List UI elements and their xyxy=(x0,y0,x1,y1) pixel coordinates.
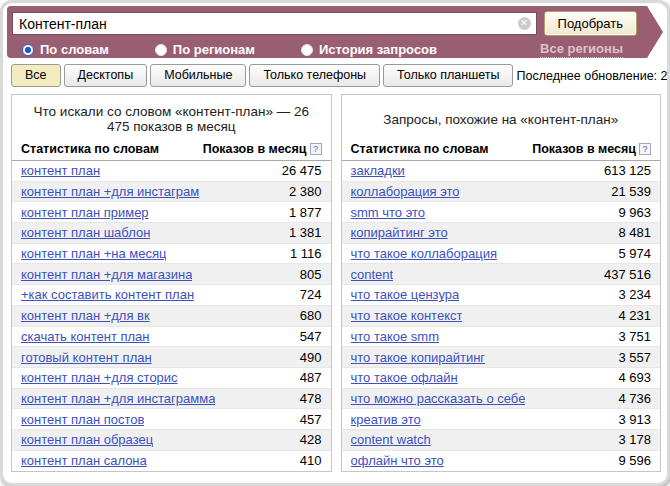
submit-button[interactable]: Подобрать xyxy=(544,11,637,36)
radio-unselected-icon xyxy=(155,44,167,56)
keyword-link[interactable]: готовый контент план xyxy=(21,350,152,365)
keyword-link[interactable]: контент план xyxy=(21,163,100,178)
keyword-link[interactable]: коллаборация это xyxy=(351,184,460,199)
keyword-link[interactable]: контент план постов xyxy=(21,412,144,427)
shows-count: 437 516 xyxy=(596,267,651,282)
table-row: скачать контент план 547 xyxy=(12,327,331,348)
help-icon[interactable]: ? xyxy=(310,143,322,155)
keyword-link[interactable]: content watch xyxy=(351,432,431,447)
table-row: что такое smm 3 751 xyxy=(342,327,661,348)
keyword-link[interactable]: smm что это xyxy=(351,205,426,220)
table-row: smm что это 9 963 xyxy=(342,202,661,223)
panel-searched-with-word: Что искали со словом «контент-план» — 26… xyxy=(11,94,332,472)
shows-count: 5 974 xyxy=(610,246,651,261)
keyword-link[interactable]: контент план +для сторис xyxy=(21,370,178,385)
keyword-link[interactable]: что такое офлайн xyxy=(351,370,458,385)
tab-tablets-only[interactable]: Только планшеты xyxy=(383,64,513,87)
keyword-table-body: контент план 26 475 контент план +для ин… xyxy=(12,161,331,471)
radio-query-history[interactable]: История запросов xyxy=(301,42,437,57)
radio-selected-icon xyxy=(22,44,34,56)
table-row: контент план пример 1 877 xyxy=(12,202,331,223)
table-row: закладки 613 125 xyxy=(342,161,661,182)
radio-query-history-label: История запросов xyxy=(319,42,437,57)
keyword-link[interactable]: +как составить контент план xyxy=(21,287,194,302)
panel-similar-queries: Запросы, похожие на «контент-план» Стати… xyxy=(341,94,662,472)
regions-link[interactable]: Все регионы xyxy=(540,41,623,58)
shows-count: 478 xyxy=(292,391,322,406)
table-row: контент план образец 428 xyxy=(12,430,331,451)
column-header-shows: Показов в месяц xyxy=(203,142,307,156)
shows-count: 21 539 xyxy=(603,184,651,199)
table-row: контент план +для сторис 487 xyxy=(12,368,331,389)
app-window: ✕ Подобрать По словам По регионам Истори… xyxy=(0,0,670,486)
radio-by-regions-label: По регионам xyxy=(173,42,255,57)
keyword-link[interactable]: контент план пример xyxy=(21,205,149,220)
shows-count: 724 xyxy=(292,287,322,302)
table-row: контент план +для вк 680 xyxy=(12,306,331,327)
tab-all[interactable]: Все xyxy=(11,64,61,87)
keyword-link[interactable]: что такое коллаборация xyxy=(351,246,497,261)
column-header-shows-wrap: Показов в месяц ? xyxy=(203,142,322,156)
keyword-link[interactable]: креатив это xyxy=(351,412,421,427)
keyword-link[interactable]: скачать контент план xyxy=(21,329,150,344)
column-header-shows-wrap: Показов в месяц ? xyxy=(532,142,651,156)
radio-by-regions[interactable]: По регионам xyxy=(155,42,255,57)
shows-count: 1 116 xyxy=(282,246,322,261)
clear-search-icon[interactable]: ✕ xyxy=(518,17,531,30)
keyword-link[interactable]: что такое цензура xyxy=(351,287,460,302)
help-icon[interactable]: ? xyxy=(639,143,651,155)
table-row: что такое цензура 3 234 xyxy=(342,285,661,306)
radio-by-words-label: По словам xyxy=(40,42,109,57)
table-row: контент план +для инстаграм 2 380 xyxy=(12,182,331,203)
panel-title-text: Что искали со словом «контент-план» — 26… xyxy=(26,104,316,134)
table-row: креатив это 3 913 xyxy=(342,409,661,430)
table-row: контент план +для инстаграмма 478 xyxy=(12,389,331,410)
keyword-link[interactable]: контент план салона xyxy=(21,453,147,468)
table-row: готовый контент план 490 xyxy=(12,347,331,368)
shows-count: 1 381 xyxy=(281,225,322,240)
table-header-row: Статистика по словам Показов в месяц ? xyxy=(12,139,331,161)
keyword-link[interactable]: офлайн что это xyxy=(351,453,444,468)
shows-count: 4 231 xyxy=(610,308,651,323)
shows-count: 457 xyxy=(292,412,322,427)
keyword-link[interactable]: контент план +на месяц xyxy=(21,246,166,261)
table-row: content watch 3 178 xyxy=(342,430,661,451)
keyword-table-body: закладки 613 125 коллаборация это 21 539… xyxy=(342,161,661,471)
table-row: офлайн что это 9 596 xyxy=(342,451,661,472)
tab-desktops[interactable]: Десктопы xyxy=(64,64,148,87)
search-input[interactable] xyxy=(12,12,537,35)
tab-phones-only[interactable]: Только телефоны xyxy=(249,64,380,87)
shows-count: 3 234 xyxy=(610,287,651,302)
keyword-link[interactable]: что такое smm xyxy=(351,329,440,344)
shows-count: 3 557 xyxy=(610,350,651,365)
keyword-link[interactable]: что такое контекст xyxy=(351,308,463,323)
search-mode-row: По словам По регионам История запросов В… xyxy=(12,36,637,58)
table-row: контент план 26 475 xyxy=(12,161,331,182)
keyword-link[interactable]: контент план +для магазина xyxy=(21,267,192,282)
keyword-link[interactable]: контент план +для инстаграмма xyxy=(21,391,215,406)
radio-unselected-icon xyxy=(301,44,313,56)
keyword-link[interactable]: закладки xyxy=(351,163,405,178)
table-row: content 437 516 xyxy=(342,264,661,285)
shows-count: 428 xyxy=(292,432,322,447)
panel-title-text: Запросы, похожие на «контент-план» xyxy=(383,112,618,127)
shows-count: 490 xyxy=(292,350,322,365)
device-tabs-row: Все Десктопы Мобильные Только телефоны Т… xyxy=(11,63,661,88)
keyword-link[interactable]: копирайтинг это xyxy=(351,225,448,240)
tab-mobile[interactable]: Мобильные xyxy=(150,64,246,87)
keyword-link[interactable]: content xyxy=(351,267,394,282)
shows-count: 487 xyxy=(292,370,322,385)
table-row: что такое коллаборация 5 974 xyxy=(342,244,661,265)
shows-count: 2 380 xyxy=(281,184,322,199)
keyword-link[interactable]: контент план образец xyxy=(21,432,153,447)
column-header-shows: Показов в месяц xyxy=(532,142,636,156)
keyword-link[interactable]: контент план +для вк xyxy=(21,308,150,323)
radio-by-words[interactable]: По словам xyxy=(22,42,109,57)
keyword-link[interactable]: контент план +для инстаграм xyxy=(21,184,199,199)
keyword-link[interactable]: что можно рассказать о себе xyxy=(351,391,526,406)
table-row: копирайтинг это 8 481 xyxy=(342,223,661,244)
shows-count: 26 475 xyxy=(274,163,322,178)
keyword-link[interactable]: контент план шаблон xyxy=(21,225,150,240)
shows-count: 1 877 xyxy=(281,205,322,220)
keyword-link[interactable]: что такое копирайтинг xyxy=(351,350,486,365)
